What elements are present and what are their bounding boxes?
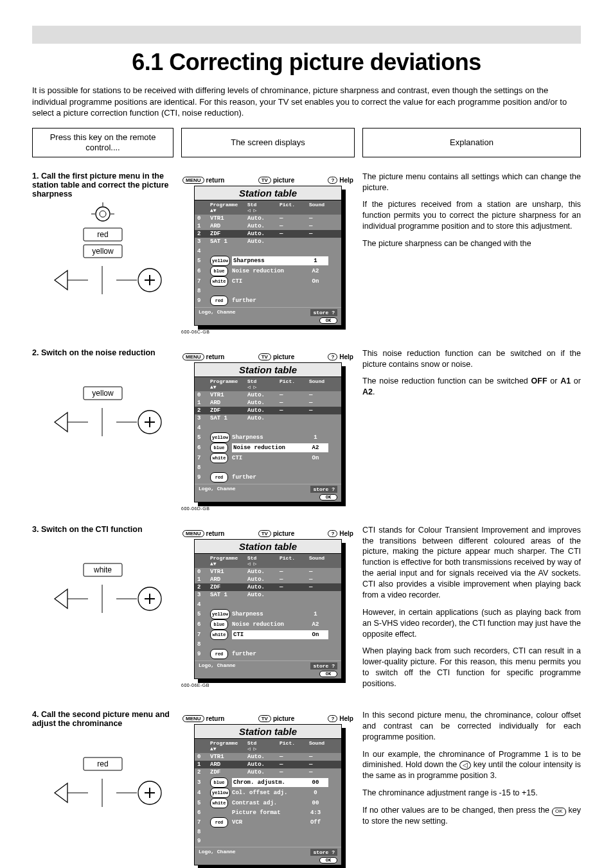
svg-text:white: white: [93, 565, 112, 574]
svg-text:red: red: [97, 759, 108, 768]
explanation-step-4: In this second picture menu, the chromin…: [362, 710, 581, 868]
explanation-step-1: The picture menu contains all settings w…: [362, 172, 581, 334]
screen-step-1: MENU return TV picture ? Help Station ta…: [181, 172, 355, 334]
intro-text: It is possible for stations to be receiv…: [32, 85, 581, 119]
col-header-explain: Explanation: [362, 128, 581, 157]
col-header-remote: Press this key on the remote control....: [32, 128, 173, 157]
remote-step-2: 2. Switch on the noise reduction yellow: [32, 348, 173, 511]
osd-topbar: MENU return TV picture ? Help: [181, 715, 355, 724]
svg-text:yellow: yellow: [92, 247, 114, 256]
svg-marker-9: [55, 270, 67, 290]
remote-step-3: 3. Switch on the CTI function white: [32, 525, 173, 696]
explanation-step-3: CTI stands for Colour Transient Improvem…: [362, 525, 581, 696]
screen-step-3: MENU return TV picture ? Help Station ta…: [181, 525, 355, 696]
svg-marker-18: [55, 412, 67, 432]
osd-topbar: MENU return TV picture ? Help: [181, 177, 355, 186]
svg-marker-27: [55, 589, 67, 608]
remote-step-4: 4. Call the second picture menu and adju…: [32, 710, 173, 868]
page-title: 6.1 Correcting picture deviations: [32, 49, 581, 76]
svg-point-0: [96, 207, 110, 221]
svg-point-1: [100, 211, 106, 217]
osd-screen: MENU return TV picture ? Help Station ta…: [181, 530, 355, 687]
svg-text:red: red: [97, 230, 108, 239]
svg-text:yellow: yellow: [92, 389, 114, 398]
screen-step-4: MENU return TV picture ? Help Station ta…: [181, 710, 355, 868]
osd-screen: MENU return TV picture ? Help Station ta…: [181, 715, 355, 868]
col-header-screen: The screen displays: [181, 128, 355, 157]
header-band: [32, 26, 581, 44]
osd-topbar: MENU return TV picture ? Help: [181, 353, 355, 362]
osd-screen: MENU return TV picture ? Help Station ta…: [181, 353, 355, 511]
osd-topbar: MENU return TV picture ? Help: [181, 530, 355, 539]
remote-step-1: 1. Call the first picture menu in the st…: [32, 172, 173, 334]
screen-step-2: MENU return TV picture ? Help Station ta…: [181, 348, 355, 511]
svg-marker-36: [55, 783, 67, 802]
osd-screen: MENU return TV picture ? Help Station ta…: [181, 177, 355, 334]
explanation-step-2: This noise reduction function can be swi…: [362, 348, 581, 511]
